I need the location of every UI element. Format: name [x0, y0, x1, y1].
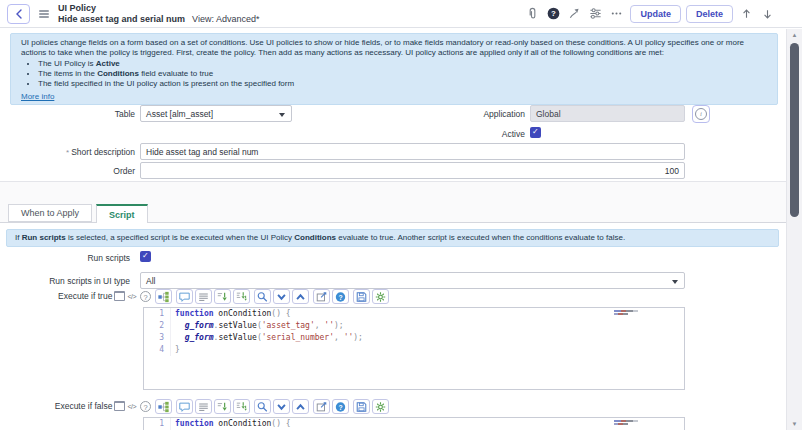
- format-code-button[interactable]: [155, 289, 172, 304]
- follow-button[interactable]: [565, 5, 583, 23]
- active-label: Active: [400, 129, 525, 139]
- script-editor-false[interactable]: 1function onCondition() {2: [143, 417, 685, 430]
- svg-text:?: ?: [551, 9, 556, 18]
- code-line: 1function onCondition() {: [144, 308, 684, 320]
- editor-help-button[interactable]: ?: [332, 289, 349, 304]
- form-context-menu-icon[interactable]: [39, 10, 49, 18]
- search-button[interactable]: [254, 289, 271, 304]
- open-window-icon: [315, 291, 328, 303]
- find-previous-button[interactable]: [292, 289, 309, 304]
- ui-type-label: Run scripts in UI type: [0, 276, 130, 286]
- back-button[interactable]: [7, 4, 30, 24]
- code-line: 3 g_form.setValue('serial_number', '');: [144, 332, 684, 344]
- source-code-icon[interactable]: </>: [127, 403, 136, 410]
- save-button[interactable]: [353, 289, 370, 304]
- tab-when-to-apply[interactable]: When to Apply: [8, 204, 92, 222]
- editor-help-icon[interactable]: ?: [140, 401, 151, 412]
- info-bullet: The field specified in the UI policy act…: [38, 79, 767, 89]
- short-description-input[interactable]: Hide asset tag and serial num: [140, 143, 685, 160]
- uncomment-code-icon: [197, 401, 210, 413]
- help-icon: ?: [547, 7, 560, 20]
- more-info-link[interactable]: More info: [21, 92, 54, 102]
- svg-text:?: ?: [338, 403, 342, 410]
- form-header: UI Policy Hide asset tag and serial numV…: [0, 0, 802, 28]
- run-scripts-info-message: If Run scripts is selected, a specified …: [6, 229, 779, 247]
- delete-button[interactable]: Delete: [686, 5, 733, 23]
- editor-help-button[interactable]: ?: [332, 399, 349, 414]
- more-options-button[interactable]: [607, 5, 625, 23]
- paperclip-icon: [526, 7, 539, 20]
- editor-help-icon: ?: [334, 401, 347, 413]
- toolbar-group: [176, 399, 250, 414]
- editor-preferences-icon: [374, 401, 387, 413]
- replace-all-button[interactable]: [233, 399, 250, 414]
- find-previous-icon: [294, 291, 307, 303]
- replace-button[interactable]: [214, 399, 231, 414]
- short-description-label: *Short description: [0, 147, 135, 157]
- find-previous-icon: [294, 401, 307, 413]
- search-icon: [256, 401, 269, 413]
- script-toolbar-false: ? ?: [140, 399, 389, 414]
- line-number: 1: [144, 418, 171, 430]
- ui-policy-form-page: UI Policy Hide asset tag and serial numV…: [0, 0, 802, 430]
- title-block: UI Policy Hide asset tag and serial numV…: [58, 3, 259, 25]
- scrollbar-thumb[interactable]: [790, 43, 799, 217]
- editor-preferences-button[interactable]: [372, 289, 389, 304]
- ellipsis-icon: [610, 7, 623, 20]
- next-record-button[interactable]: [758, 5, 776, 23]
- search-button[interactable]: [254, 399, 271, 414]
- info-bullet-list: The UI Policy is Active The items in the…: [21, 59, 767, 89]
- replace-all-button[interactable]: [233, 289, 250, 304]
- attachment-button[interactable]: [523, 5, 541, 23]
- toggle-editor-icon[interactable]: [114, 401, 125, 411]
- application-info-button[interactable]: i: [692, 105, 710, 123]
- open-window-button[interactable]: [313, 399, 330, 414]
- find-next-button[interactable]: [273, 399, 290, 414]
- source-code-icon[interactable]: </>: [127, 293, 136, 300]
- code-line: 4}: [144, 344, 684, 356]
- mandatory-indicator: *: [66, 148, 69, 157]
- page-title: UI Policy: [58, 3, 259, 14]
- help-button[interactable]: ?: [544, 5, 562, 23]
- replace-all-icon: [235, 401, 248, 413]
- tab-script[interactable]: Script: [96, 204, 148, 223]
- update-button[interactable]: Update: [630, 5, 681, 23]
- run-scripts-label: Run scripts: [0, 253, 130, 263]
- application-field: Global: [530, 105, 685, 122]
- table-select[interactable]: Asset [alm_asset]: [140, 105, 292, 122]
- uncomment-code-button[interactable]: [195, 399, 212, 414]
- info-bullet: The items in the Conditions field evalua…: [38, 69, 767, 79]
- toolbar-group: [254, 399, 309, 414]
- find-previous-button[interactable]: [292, 399, 309, 414]
- comment-code-button[interactable]: [176, 399, 193, 414]
- line-number: 2: [144, 320, 171, 332]
- toolbar-group: [176, 289, 250, 304]
- toggle-editor-icon[interactable]: [114, 291, 125, 301]
- view-indicator: View: Advanced*: [192, 14, 259, 24]
- replace-button[interactable]: [214, 289, 231, 304]
- open-window-button[interactable]: [313, 289, 330, 304]
- order-input[interactable]: 100: [140, 162, 685, 179]
- follow-icon: [568, 7, 581, 20]
- editor-preferences-button[interactable]: [372, 399, 389, 414]
- ui-type-select[interactable]: All: [140, 272, 685, 289]
- personalize-form-button[interactable]: [586, 5, 604, 23]
- scroll-down-arrow-icon[interactable]: ▼: [787, 421, 802, 427]
- format-code-button[interactable]: [155, 399, 172, 414]
- find-next-button[interactable]: [273, 289, 290, 304]
- save-button[interactable]: [353, 399, 370, 414]
- comment-code-button[interactable]: [176, 289, 193, 304]
- editor-help-icon[interactable]: ?: [140, 291, 151, 302]
- previous-record-button[interactable]: [737, 5, 755, 23]
- active-checkbox[interactable]: [530, 127, 541, 138]
- script-toolbar-true: ? ?: [140, 289, 389, 304]
- script-editor-true[interactable]: 1function onCondition() {2 g_form.setVal…: [143, 307, 685, 390]
- find-next-icon: [275, 401, 288, 413]
- toolbar-group: [155, 289, 172, 304]
- replace-icon: [216, 291, 229, 303]
- vertical-scrollbar[interactable]: ▲ ▼: [786, 29, 802, 430]
- scroll-up-arrow-icon[interactable]: ▲: [787, 32, 802, 38]
- run-scripts-checkbox[interactable]: [140, 251, 151, 262]
- execute-if-false-label: Execute if false </>: [0, 401, 136, 411]
- uncomment-code-button[interactable]: [195, 289, 212, 304]
